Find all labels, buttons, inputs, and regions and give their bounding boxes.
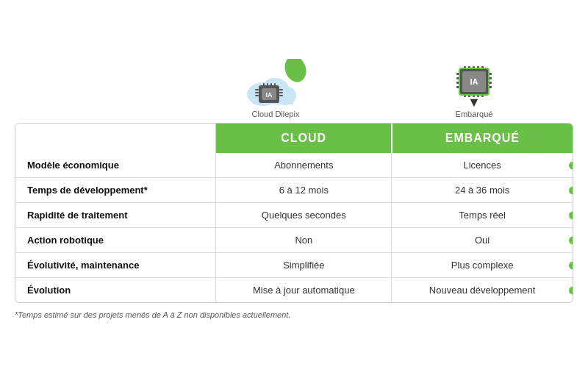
cell-cloud: Abonnements — [216, 153, 392, 178]
cell-embarque: 24 à 36 mois — [392, 178, 573, 203]
comparison-table: CLOUD EMBARQUÉ Modèle économiqueAbonneme… — [15, 124, 573, 302]
svg-rect-10 — [255, 95, 259, 96]
svg-rect-11 — [279, 89, 283, 90]
cell-feature: Évolution — [15, 278, 216, 303]
cell-cloud: Mise à jour automatique — [216, 278, 392, 303]
table-row: ÉvolutionMise à jour automatiqueNouveau … — [15, 278, 573, 303]
cell-embarque: Nouveau développement — [392, 278, 573, 303]
footnote: *Temps estimé sur des projets menés de A… — [15, 310, 573, 319]
cell-cloud: Non — [216, 228, 392, 253]
table-row: Temps de développement*6 à 12 mois24 à 3… — [15, 178, 573, 203]
cell-embarque: Temps réel — [392, 203, 573, 228]
svg-rect-12 — [279, 92, 283, 93]
table-row: Évolutivité, maintenanceSimplifiéePlus c… — [15, 253, 573, 278]
cell-cloud: Simplifiée — [216, 253, 392, 278]
chip-icon: IA — [452, 65, 496, 107]
cell-feature: Rapidité de traitement — [15, 203, 216, 228]
row-green-dot — [569, 261, 573, 269]
cell-feature: Modèle économique — [15, 153, 216, 178]
svg-rect-17 — [274, 83, 276, 86]
svg-point-0 — [282, 59, 309, 85]
header-cloud: CLOUD — [216, 124, 392, 153]
header-feature-col — [15, 124, 216, 153]
svg-text:IA: IA — [470, 77, 478, 86]
embarque-logo-col: IA — [375, 65, 573, 123]
cloud-label: Cloud Dilepix — [252, 110, 300, 118]
cell-embarque: Licences — [392, 153, 573, 178]
svg-text:IA: IA — [266, 91, 273, 99]
cell-feature: Temps de développement* — [15, 178, 216, 203]
svg-rect-15 — [267, 83, 268, 86]
svg-rect-9 — [255, 92, 259, 93]
table-row: Modèle économiqueAbonnementsLicences — [15, 153, 573, 178]
row-green-dot — [569, 236, 573, 244]
svg-text:▼: ▼ — [467, 95, 481, 107]
cell-embarque: Oui — [392, 228, 573, 253]
svg-rect-8 — [255, 89, 259, 90]
cell-embarque: Plus complexe — [392, 253, 573, 278]
row-green-dot — [569, 186, 573, 194]
cloud-logo-col: IA Cloud Dilepix — [176, 59, 375, 123]
table-row: Rapidité de traitementQuelques secondesT… — [15, 203, 573, 228]
svg-rect-14 — [263, 83, 265, 86]
cloud-icon: IA — [243, 59, 309, 107]
row-green-dot — [569, 211, 573, 219]
row-green-dot — [569, 286, 573, 294]
header-embarque: EMBARQUÉ — [392, 124, 573, 153]
comparison-table-wrapper: CLOUD EMBARQUÉ Modèle économiqueAbonneme… — [15, 123, 573, 303]
table-row: Action robotiqueNonOui — [15, 228, 573, 253]
cell-cloud: Quelques secondes — [216, 203, 392, 228]
cell-feature: Action robotique — [15, 228, 216, 253]
svg-rect-16 — [270, 83, 272, 86]
cloud-logo: IA — [243, 59, 309, 107]
cell-feature: Évolutivité, maintenance — [15, 253, 216, 278]
cell-cloud: 6 à 12 mois — [216, 178, 392, 203]
embarque-label: Embarqué — [456, 110, 493, 118]
svg-rect-13 — [279, 95, 283, 96]
logo-header: IA Cloud Dilepix — [15, 59, 573, 123]
embarque-logo: IA — [452, 65, 496, 118]
row-green-dot — [569, 161, 573, 169]
main-container: IA Cloud Dilepix — [15, 51, 573, 327]
